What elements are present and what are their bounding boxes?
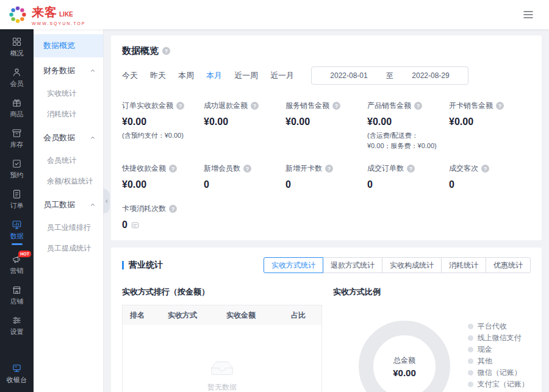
sidebar-item-label: 库存 — [10, 140, 24, 149]
help-icon[interactable] — [481, 165, 489, 173]
legend-item[interactable]: 微信（记账） — [468, 368, 529, 377]
submenu-group-finance[interactable]: 财务数据 — [34, 59, 103, 83]
legend-label: 其他 — [478, 357, 492, 365]
tab-income-method[interactable]: 实收方式统计 — [264, 257, 323, 273]
help-icon[interactable] — [332, 102, 340, 110]
date-from: 2022-08-01 — [330, 71, 367, 80]
help-icon[interactable] — [176, 102, 184, 110]
chevron-up-icon — [90, 68, 96, 74]
sidebar-item-inventory[interactable]: 库存 — [0, 123, 34, 154]
product-icon — [12, 98, 22, 108]
sidebar-item-appointments[interactable]: 预约 — [0, 154, 34, 184]
submenu-item-label: 数据概览 — [43, 40, 75, 51]
stat-note: (含预约支付：¥0.00) — [122, 130, 204, 141]
main-layout: 概况 会员 商品 库存 — [0, 29, 549, 392]
help-icon[interactable] — [407, 165, 415, 173]
logo-flower-icon — [7, 4, 28, 25]
help-icon[interactable] — [325, 165, 333, 173]
help-icon[interactable] — [414, 102, 422, 110]
legend-item[interactable]: 其他 — [468, 357, 529, 365]
sidebar-item-label: 店铺 — [10, 297, 24, 306]
sidebar-collapse-handle[interactable] — [103, 189, 110, 213]
brand-name: 来客 — [32, 4, 57, 21]
app-logo[interactable]: 来客 LIKE WWW.SQYUN.TOP — [7, 4, 85, 26]
submenu-group-member-data[interactable]: 会员数据 — [34, 126, 103, 150]
business-stats-card: 营业统计 实收方式统计 退款方式统计 实收构成统计 消耗统计 优惠统计 实收方式… — [111, 248, 542, 392]
sidebar-item-overview[interactable]: 概况 — [0, 32, 34, 62]
stat-value: 0 — [367, 179, 449, 190]
main-content: 数据概览 今天 昨天 本周 本月 近一周 近一月 2022-08-01 至 20… — [104, 29, 549, 392]
legend-dot-icon — [468, 382, 473, 387]
sidebar-item-cashier[interactable]: 收银台 — [0, 357, 34, 392]
legend-dot-icon — [468, 358, 473, 364]
stat-value: ¥0.00 — [204, 116, 285, 127]
stat-order-income: 订单实收款金额 ¥0.00 (含预约支付：¥0.00) — [122, 101, 204, 151]
sidebar-item-label: 数据 — [10, 232, 24, 241]
sidebar-item-marketing[interactable]: HOT 营销 — [0, 249, 34, 280]
stat-label: 开卡销售金额 — [449, 101, 493, 111]
submenu-group-staff-data[interactable]: 员工数据 — [34, 193, 103, 217]
submenu-item-balance-rights-stats[interactable]: 余额/权益统计 — [34, 171, 103, 191]
submenu-item-staff-commission-stats[interactable]: 员工提成统计 — [34, 238, 103, 258]
tab-consumption[interactable]: 消耗统计 — [441, 257, 486, 273]
sidebar-item-members[interactable]: 会员 — [0, 62, 34, 93]
consume-detail-icon[interactable] — [131, 221, 139, 229]
tab-income-composition[interactable]: 实收构成统计 — [382, 257, 442, 273]
legend-item[interactable]: 线上微信支付 — [468, 333, 529, 342]
date-separator: 至 — [386, 71, 393, 81]
sidebar-item-label: 收银台 — [7, 376, 27, 385]
shop-icon — [12, 285, 22, 295]
submenu-item-member-stats[interactable]: 会员统计 — [34, 150, 103, 171]
stat-value: 0 — [122, 219, 127, 230]
legend-item[interactable]: 支付宝（记账） — [468, 380, 529, 388]
help-icon[interactable] — [496, 102, 504, 110]
legend-item[interactable]: 平台代收 — [468, 322, 529, 330]
sidebar-item-products[interactable]: 商品 — [0, 93, 34, 123]
sidebar-item-label: 概况 — [10, 49, 24, 58]
submenu-item-label: 员工业绩排行 — [47, 223, 91, 233]
sidebar-item-orders[interactable]: 订单 — [0, 184, 34, 215]
legend-dot-icon — [468, 335, 473, 341]
table-body: 暂无数据 — [123, 325, 321, 392]
brand-url: WWW.SQYUN.TOP — [32, 21, 85, 26]
filter-yesterday[interactable]: 昨天 — [150, 70, 166, 81]
submenu-item-consumption-stats[interactable]: 消耗统计 — [34, 104, 103, 124]
help-icon[interactable] — [162, 47, 170, 55]
chevron-up-icon — [90, 135, 96, 141]
stat-label: 新增会员数 — [204, 163, 240, 174]
sidebar-item-data[interactable]: 数据 — [0, 215, 34, 249]
submenu-item-label: 会员统计 — [47, 155, 76, 166]
date-range-input[interactable]: 2022-08-01 至 2022-08-29 — [311, 66, 468, 85]
stat-label: 成交客次 — [449, 163, 478, 174]
filter-this-month[interactable]: 本月 — [206, 70, 222, 81]
legend-label: 微信（记账） — [478, 368, 522, 377]
help-icon[interactable] — [169, 205, 177, 213]
submenu-item-staff-performance-rank[interactable]: 员工业绩排行 — [34, 217, 103, 238]
filter-last-month[interactable]: 近一月 — [270, 70, 294, 81]
filter-today[interactable]: 今天 — [122, 70, 138, 81]
grid-icon — [12, 37, 22, 47]
submenu-item-data-overview[interactable]: 数据概览 — [34, 34, 103, 57]
stat-note: (含运费/配送费：¥0.00；服务费：¥0.00) — [367, 130, 449, 151]
date-to: 2022-08-29 — [412, 71, 449, 80]
sidebar-item-label: 设置 — [10, 327, 24, 337]
help-icon[interactable] — [169, 165, 177, 173]
sidebar-item-settings[interactable]: 设置 — [0, 310, 34, 341]
filter-this-week[interactable]: 本周 — [178, 70, 194, 81]
help-icon[interactable] — [251, 102, 259, 110]
legend-item[interactable]: 现金 — [468, 345, 529, 354]
stat-label: 服务销售金额 — [285, 101, 329, 111]
table-header-row: 排名 实收方式 实收金额 占比 — [123, 305, 321, 325]
sidebar-item-shop[interactable]: 店铺 — [0, 280, 34, 310]
submenu-item-income-stats[interactable]: 实收统计 — [34, 83, 103, 104]
tab-refund-method[interactable]: 退款方式统计 — [323, 257, 382, 273]
tab-discount[interactable]: 优惠统计 — [486, 257, 531, 273]
submenu-item-label: 余额/权益统计 — [47, 176, 93, 187]
filter-last-week[interactable]: 近一周 — [234, 70, 258, 81]
donut-chart: 总金额 ¥0.00 — [359, 321, 450, 392]
primary-sidebar: 概况 会员 商品 库存 — [0, 29, 34, 392]
help-icon[interactable] — [243, 165, 251, 173]
column-header-amount: 实收金额 — [219, 310, 284, 321]
menu-toggle-button[interactable] — [520, 6, 537, 23]
stat-label: 快捷收款金额 — [122, 163, 166, 174]
